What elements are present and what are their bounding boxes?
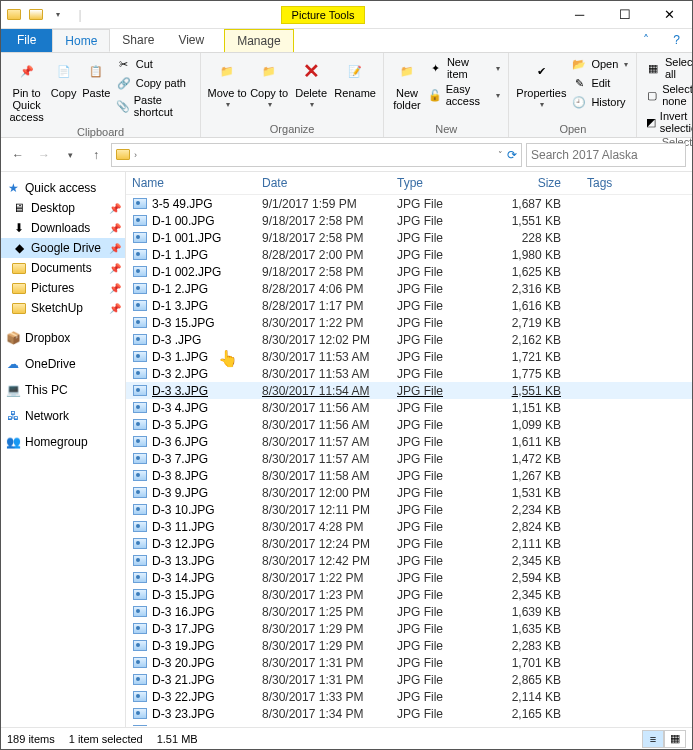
file-row[interactable]: D-3 3.JPG8/30/2017 11:54 AMJPG File1,551… (126, 382, 692, 399)
file-row[interactable]: D-3 24.JPG8/30/2017 1:35 PMJPG File2,791… (126, 722, 692, 726)
sidebar-item-desktop[interactable]: 🖥Desktop📌 (1, 198, 125, 218)
file-row[interactable]: D-3 7.JPG8/30/2017 11:57 AMJPG File1,472… (126, 450, 692, 467)
copy-button[interactable]: 📄 Copy (48, 55, 79, 101)
ribbon-collapse-icon[interactable]: ˄ (631, 29, 661, 52)
file-date: 8/28/2017 1:17 PM (262, 299, 397, 313)
easy-access-button[interactable]: 🔓Easy access▾ (426, 82, 503, 108)
history-button[interactable]: 🕘History (569, 93, 630, 111)
file-row[interactable]: D-3 23.JPG8/30/2017 1:34 PMJPG File2,165… (126, 705, 692, 722)
file-row[interactable]: D-3 22.JPG8/30/2017 1:33 PMJPG File2,114… (126, 688, 692, 705)
open-button[interactable]: 📂Open▾ (569, 55, 630, 73)
minimize-button[interactable]: ─ (557, 1, 602, 29)
file-row[interactable]: D-3 8.JPG8/30/2017 11:58 AMJPG File1,267… (126, 467, 692, 484)
copy-to-button[interactable]: 📁Copy to▾ (249, 55, 289, 112)
tab-home[interactable]: Home (52, 29, 110, 52)
file-row[interactable]: D-3 11.JPG8/30/2017 4:28 PMJPG File2,824… (126, 518, 692, 535)
column-headers[interactable]: Name Date Type Size Tags (126, 172, 692, 195)
tab-view[interactable]: View (166, 29, 216, 52)
file-row[interactable]: D-3 21.JPG8/30/2017 1:31 PMJPG File2,865… (126, 671, 692, 688)
tab-file[interactable]: File (1, 29, 52, 52)
tab-manage[interactable]: Manage (224, 29, 293, 52)
file-row[interactable]: D-3 12.JPG8/30/2017 12:24 PMJPG File2,11… (126, 535, 692, 552)
breadcrumb-chevron-icon[interactable]: › (134, 150, 137, 160)
details-view-button[interactable]: ≡ (642, 730, 664, 748)
sidebar-root-onedrive[interactable]: ☁OneDrive (1, 354, 125, 374)
file-row[interactable]: D-3 2.JPG8/30/2017 11:53 AMJPG File1,775… (126, 365, 692, 382)
col-date[interactable]: Date (262, 176, 397, 190)
pin-quick-access-button[interactable]: 📌 Pin to Quick access (7, 55, 46, 125)
file-row[interactable]: D-1 3.JPG8/28/2017 1:17 PMJPG File1,616 … (126, 297, 692, 314)
file-row[interactable]: D-3 14.JPG8/30/2017 1:22 PMJPG File2,594… (126, 569, 692, 586)
file-row[interactable]: D-1 002.JPG9/18/2017 2:58 PMJPG File1,62… (126, 263, 692, 280)
file-row[interactable]: D-3 16.JPG8/30/2017 1:25 PMJPG File1,639… (126, 603, 692, 620)
file-row[interactable]: D-1 2.JPG8/28/2017 4:06 PMJPG File2,316 … (126, 280, 692, 297)
new-item-button[interactable]: ✦New item▾ (426, 55, 503, 81)
file-list[interactable]: 3-5 49.JPG9/1/2017 1:59 PMJPG File1,687 … (126, 195, 692, 726)
sidebar-item-documents[interactable]: Documents📌 (1, 258, 125, 278)
file-row[interactable]: D-3 5.JPG8/30/2017 11:56 AMJPG File1,099… (126, 416, 692, 433)
file-row[interactable]: 3-5 49.JPG9/1/2017 1:59 PMJPG File1,687 … (126, 195, 692, 212)
sidebar-item-sketchup[interactable]: SketchUp📌 (1, 298, 125, 318)
sidebar-root-this-pc[interactable]: 💻This PC (1, 380, 125, 400)
sidebar-quick-access[interactable]: ★ Quick access (1, 178, 125, 198)
paste-shortcut-icon: 📎 (116, 98, 130, 114)
back-button[interactable]: ← (7, 144, 29, 166)
qat-dropdown-icon[interactable]: ▾ (49, 6, 67, 24)
move-to-button[interactable]: 📁Move to▾ (207, 55, 247, 112)
help-icon[interactable]: ? (661, 29, 692, 52)
paste-button[interactable]: 📋 Paste (81, 55, 112, 101)
delete-button[interactable]: ✕Delete▾ (291, 55, 331, 112)
sidebar-root-network[interactable]: 🖧Network (1, 406, 125, 426)
file-row[interactable]: D-3 4.JPG8/30/2017 11:56 AMJPG File1,151… (126, 399, 692, 416)
recent-dropdown[interactable]: ▾ (59, 144, 81, 166)
sidebar-root-dropbox[interactable]: 📦Dropbox (1, 328, 125, 348)
col-type[interactable]: Type (397, 176, 497, 190)
file-row[interactable]: D-3 10.JPG8/30/2017 12:11 PMJPG File2,23… (126, 501, 692, 518)
up-button[interactable]: ↑ (85, 144, 107, 166)
forward-button[interactable]: → (33, 144, 55, 166)
file-row[interactable]: D-3 13.JPG8/30/2017 12:42 PMJPG File2,34… (126, 552, 692, 569)
select-all-button[interactable]: ▦Select all (643, 55, 693, 81)
search-input[interactable]: Search 2017 Alaska (526, 143, 686, 167)
copy-path-button[interactable]: 🔗Copy path (114, 74, 194, 92)
edit-button[interactable]: ✎Edit (569, 74, 630, 92)
file-row[interactable]: D-3 17.JPG8/30/2017 1:29 PMJPG File1,635… (126, 620, 692, 637)
file-row[interactable]: D-3 20.JPG8/30/2017 1:31 PMJPG File1,701… (126, 654, 692, 671)
invert-selection-button[interactable]: ◩Invert selection (643, 109, 693, 135)
sidebar-item-pictures[interactable]: Pictures📌 (1, 278, 125, 298)
file-row[interactable]: D-3 .JPG8/30/2017 12:02 PMJPG File2,162 … (126, 331, 692, 348)
pin-icon: 📌 (109, 303, 121, 314)
file-row[interactable]: D-3 6.JPG8/30/2017 11:57 AMJPG File1,611… (126, 433, 692, 450)
cut-button[interactable]: ✂Cut (114, 55, 194, 73)
new-folder-button[interactable]: 📁New folder (390, 55, 424, 113)
qat-properties-icon[interactable] (27, 6, 45, 24)
file-row[interactable]: D-1 1.JPG8/28/2017 2:00 PMJPG File1,980 … (126, 246, 692, 263)
col-size[interactable]: Size (497, 176, 587, 190)
file-row[interactable]: D-1 00.JPG9/18/2017 2:58 PMJPG File1,551… (126, 212, 692, 229)
file-row[interactable]: D-3 19.JPG8/30/2017 1:29 PMJPG File2,283… (126, 637, 692, 654)
select-none-button[interactable]: ▢Select none (643, 82, 693, 108)
properties-button[interactable]: ✔Properties▾ (515, 55, 567, 112)
file-row[interactable]: D-3 9.JPG8/30/2017 12:00 PMJPG File1,531… (126, 484, 692, 501)
image-file-icon (132, 639, 148, 652)
maximize-button[interactable]: ☐ (602, 1, 647, 29)
breadcrumb[interactable]: › ˅ ⟳ (111, 143, 522, 167)
sidebar-root-homegroup[interactable]: 👥Homegroup (1, 432, 125, 452)
col-tags[interactable]: Tags (587, 176, 692, 190)
file-row[interactable]: D-3 15.JPG8/30/2017 1:22 PMJPG File2,719… (126, 314, 692, 331)
file-size: 2,316 KB (497, 282, 587, 296)
refresh-icon[interactable]: ⟳ (507, 148, 517, 162)
new-folder-label: New folder (390, 87, 424, 111)
rename-button[interactable]: 📝Rename (333, 55, 377, 101)
col-name[interactable]: Name (132, 176, 262, 190)
close-button[interactable]: ✕ (647, 1, 692, 29)
file-row[interactable]: D-3 1.JPG8/30/2017 11:53 AMJPG File1,721… (126, 348, 692, 365)
sidebar-item-google-drive[interactable]: ◆Google Drive📌 (1, 238, 125, 258)
paste-shortcut-button[interactable]: 📎Paste shortcut (114, 93, 194, 119)
breadcrumb-dropdown-icon[interactable]: ˅ (498, 150, 503, 160)
sidebar-item-downloads[interactable]: ⬇Downloads📌 (1, 218, 125, 238)
thumbnails-view-button[interactable]: ▦ (664, 730, 686, 748)
tab-share[interactable]: Share (110, 29, 166, 52)
file-row[interactable]: D-3 15.JPG8/30/2017 1:23 PMJPG File2,345… (126, 586, 692, 603)
file-row[interactable]: D-1 001.JPG9/18/2017 2:58 PMJPG File228 … (126, 229, 692, 246)
